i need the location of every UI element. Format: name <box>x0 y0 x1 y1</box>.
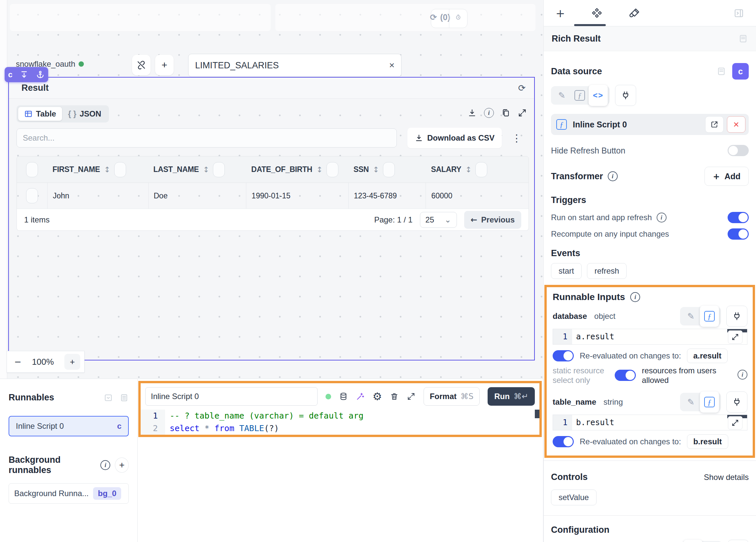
page-size-select[interactable]: 25 ⌄ <box>420 212 457 228</box>
tab-styling-icon[interactable] <box>629 7 640 19</box>
hide-refresh-toggle[interactable] <box>728 145 749 156</box>
tab-table[interactable]: Table <box>18 107 62 121</box>
connect-mode-button[interactable] <box>728 540 749 542</box>
inbox-icon[interactable] <box>104 393 113 402</box>
script-name-input[interactable] <box>151 388 312 405</box>
linked-script-chip[interactable]: ƒ Inline Script 0 × <box>551 114 749 135</box>
document-icon[interactable] <box>120 393 129 402</box>
info-icon[interactable]: i <box>738 370 747 380</box>
zoom-in-button[interactable]: + <box>64 354 80 370</box>
tab-json[interactable]: { } JSON <box>62 107 107 121</box>
expand-icon[interactable] <box>518 108 527 118</box>
column-toggle[interactable] <box>475 162 487 177</box>
add-transformer-button[interactable]: + Add <box>704 167 749 186</box>
gear-icon[interactable]: ⚙ <box>373 390 382 403</box>
history-button[interactable] <box>449 9 467 25</box>
table-name-expression-editor[interactable]: 1 b.result <box>553 415 747 430</box>
run-on-start-toggle[interactable] <box>728 212 749 223</box>
rich-result-widget[interactable]: Result ⟳ Table { } JSON i <box>8 77 535 360</box>
reeval-toggle[interactable] <box>553 436 574 447</box>
copy-icon[interactable] <box>501 108 510 118</box>
refresh-count-button[interactable]: ⟳ (0) <box>431 9 449 25</box>
ai-wand-icon[interactable] <box>356 391 365 401</box>
column-toggle[interactable] <box>114 162 126 177</box>
reeval-target-chip[interactable]: b.result <box>687 434 728 449</box>
result-refresh-icon[interactable]: ⟳ <box>518 83 526 93</box>
script-name-field[interactable] <box>145 387 318 406</box>
select-all-checkbox[interactable] <box>26 162 38 177</box>
code-mode-icon[interactable]: <> <box>589 85 608 106</box>
run-button[interactable]: Run ⌘↵ <box>488 387 535 406</box>
fx-mode-icon[interactable]: ƒ <box>700 391 719 413</box>
scrollbar-thumb[interactable] <box>535 410 539 418</box>
sort-icon[interactable]: ↕ <box>316 165 323 174</box>
connect-mode-button[interactable] <box>726 391 747 413</box>
setvalue-chip[interactable]: setValue <box>551 490 597 505</box>
search-input[interactable] <box>23 133 391 143</box>
zoom-out-button[interactable]: − <box>14 357 21 367</box>
info-icon[interactable]: i <box>484 108 494 118</box>
info-icon[interactable]: i <box>630 292 640 302</box>
show-details-link[interactable]: Show details <box>704 473 749 482</box>
sort-icon[interactable]: ↕ <box>104 165 110 174</box>
expression-value[interactable]: a.result <box>572 329 747 344</box>
sort-icon[interactable]: ↕ <box>373 165 379 174</box>
column-header[interactable]: FIRST_NAME ↕ <box>47 162 148 177</box>
kebab-menu-icon[interactable]: ⋮ <box>512 132 522 144</box>
recompute-toggle[interactable] <box>728 228 749 240</box>
pencil-mode-icon[interactable]: ✎ <box>683 540 703 542</box>
connect-mode-button[interactable] <box>726 306 747 327</box>
add-background-runnable-button[interactable]: + <box>115 457 129 473</box>
column-header[interactable]: SALARY ↕ <box>426 162 529 177</box>
pencil-mode-icon[interactable]: ✎ <box>553 87 571 103</box>
anchor-icon[interactable] <box>36 70 45 79</box>
search-field[interactable] <box>17 128 397 148</box>
column-toggle[interactable] <box>326 162 338 177</box>
sort-icon[interactable]: ↕ <box>465 165 471 174</box>
fx-mode-icon[interactable]: ƒ <box>700 306 719 327</box>
event-start-chip[interactable]: start <box>551 263 582 279</box>
download-csv-button[interactable]: Download as CSV <box>407 128 502 148</box>
database-expression-editor[interactable]: 1 a.result <box>553 329 747 345</box>
sql-code-editor[interactable]: 1 -- ? table_name (varchar) = default ar… <box>141 410 539 435</box>
table-select-input[interactable] <box>195 60 389 71</box>
collapse-panel-icon[interactable] <box>734 8 744 18</box>
format-button[interactable]: Format ⌘S <box>424 387 480 406</box>
pencil-mode-icon[interactable]: ✎ <box>682 394 700 410</box>
trash-icon[interactable] <box>390 391 399 401</box>
row-checkbox[interactable] <box>26 188 38 203</box>
column-header[interactable]: DATE_OF_BIRTH ↕ <box>246 162 348 177</box>
previous-page-button[interactable]: ← Previous <box>464 211 522 229</box>
reeval-toggle[interactable] <box>553 350 574 361</box>
remove-script-button[interactable]: × <box>727 116 745 133</box>
event-refresh-chip[interactable]: refresh <box>587 263 627 279</box>
unlink-button[interactable] <box>132 55 151 75</box>
column-header[interactable]: LAST_NAME ↕ <box>148 162 246 177</box>
open-script-button[interactable] <box>705 116 724 133</box>
expand-expression-button[interactable] <box>728 330 742 344</box>
expand-expression-button[interactable] <box>728 416 742 429</box>
expression-value[interactable]: b.result <box>572 415 747 430</box>
import-icon[interactable] <box>19 70 29 79</box>
column-header[interactable]: SSN ↕ <box>348 162 426 177</box>
tab-components-icon[interactable] <box>591 7 603 19</box>
docs-icon[interactable] <box>738 34 748 44</box>
docs-icon[interactable] <box>716 66 726 76</box>
fx-mode-icon[interactable]: ƒ <box>571 87 589 103</box>
column-toggle[interactable] <box>213 162 225 177</box>
info-icon[interactable]: i <box>608 171 618 181</box>
connect-mode-button[interactable] <box>615 85 636 106</box>
table-row[interactable]: John Doe 1990-01-15 123-45-6789 60000 <box>17 183 529 209</box>
download-icon[interactable] <box>467 108 477 118</box>
info-icon[interactable]: i <box>657 213 667 222</box>
column-toggle[interactable] <box>383 162 395 177</box>
table-select-field[interactable]: × <box>188 54 401 77</box>
info-icon[interactable]: i <box>100 460 110 470</box>
clear-icon[interactable]: × <box>389 60 395 71</box>
tab-add-component[interactable]: + <box>556 7 565 20</box>
runnable-item-inline-script-0[interactable]: Inline Script 0 c <box>9 416 129 436</box>
component-badge[interactable]: c <box>732 63 749 80</box>
reeval-target-chip[interactable]: a.result <box>687 349 728 363</box>
pencil-mode-icon[interactable]: ✎ <box>682 308 700 324</box>
sort-icon[interactable]: ↕ <box>203 165 209 174</box>
